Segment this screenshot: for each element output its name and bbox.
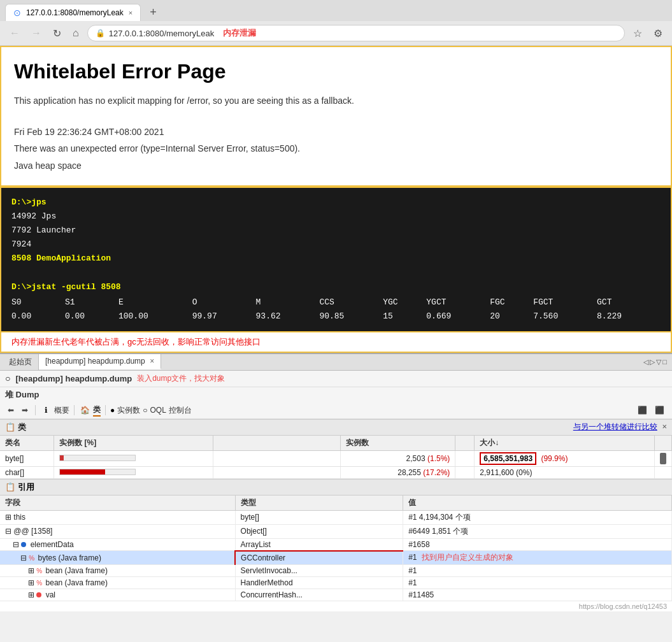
ref-value-bean1: #1 <box>403 565 672 577</box>
terminal-val-fgct: 7.560 <box>533 310 597 324</box>
col-spacer2 <box>455 436 475 451</box>
tab-label: 127.0.0.1:8080/memoryLeak <box>26 8 124 17</box>
terminal-header-ccs: CCS <box>319 296 383 310</box>
ide-tabs-bar: 起始页 [heapdump] heapdump.dump × ◁ ▷ ▽ □ <box>0 354 672 371</box>
progress-fill-byte <box>60 455 64 460</box>
ref-col-field: 字段 <box>0 496 235 511</box>
error-detail: There was an unexpected error (type=Inte… <box>14 141 658 155</box>
pct-byte: (1.5%) <box>427 454 450 463</box>
address-bar: ← → ↻ ⌂ 🔒 127.0.0.1:8080/memoryLeak 内存泄漏… <box>0 21 672 45</box>
lock-icon: 🔒 <box>96 29 105 38</box>
refresh-button[interactable]: ↻ <box>50 26 64 41</box>
ide-nav-right: ◁ ▷ ▽ □ <box>643 358 669 366</box>
col-size-bar <box>655 436 672 451</box>
ref-field-elementdata: ⊟ elementData <box>0 538 235 551</box>
classname-byte: byte[] <box>0 450 54 466</box>
terminal-line3: 7924 <box>11 238 661 252</box>
ide-toolbar: ⬅ ➡ ℹ 概要 🏠 类 ● 实例数 ○ OQL 控制台 ⬛ ⬛ <box>0 403 672 419</box>
ide-tab-start[interactable]: 起始页 <box>3 354 39 370</box>
ref-type-1358: Object[] <box>235 524 403 538</box>
toolbar-action-btn[interactable]: ⬛ <box>635 404 650 416</box>
home-button[interactable]: ⌂ <box>69 26 82 40</box>
spacer-char <box>213 466 340 478</box>
ref-value-1358: #6449 1,851 个项 <box>403 524 672 538</box>
error-timestamp: Fri Feb 19 22:36:24 GMT+08:00 2021 <box>14 125 658 139</box>
classname-char: char[] <box>0 466 54 478</box>
class-table: 类名 实例数 [%] 实例数 大小↓ byte[] <box>0 436 672 479</box>
table-row: ⊞ val ConcurrentHash... #11485 <box>0 589 672 601</box>
terminal-header-s1: S1 <box>65 296 118 310</box>
ref-table: 字段 类型 值 ⊞ this byte[] #1 4,194,304 个项 <box>0 496 672 602</box>
page-content: Whitelabel Error Page This application h… <box>0 46 672 611</box>
terminal-val-s1: 0.00 <box>65 310 118 324</box>
ref-title: 引用 <box>18 482 34 492</box>
toolbar-sep3 <box>105 405 106 415</box>
watermark: https://blog.csdn.net/q12453 <box>0 601 672 611</box>
ref-field-this: ⊞ this <box>0 510 235 524</box>
compare-link[interactable]: 与另一个堆转储进行比较 <box>573 422 657 431</box>
error-cause: Java heap space <box>14 159 658 173</box>
class-header-bar: 📋 类 与另一个堆转储进行比较 × <box>0 419 672 436</box>
info-icon: ℹ <box>40 404 52 416</box>
bookmark-button[interactable]: ☆ <box>630 26 645 41</box>
loading-label: [heapdump] heapdump.dump <box>15 374 132 383</box>
tab-bar: ⊙ 127.0.0.1:8080/memoryLeak × + <box>0 0 672 21</box>
ref-type-bytes: GCController <box>235 551 403 565</box>
scrollbar-char <box>655 466 672 478</box>
ide-tab-heapdump-close[interactable]: × <box>150 357 154 366</box>
toolbar-console[interactable]: 控制台 <box>169 405 192 416</box>
size-char: 2,911,600 (0%) <box>475 466 655 478</box>
pct-char: (17.2%) <box>423 468 450 477</box>
ref-header-row: 字段 类型 值 <box>0 496 672 511</box>
nav-left-icon[interactable]: ◁ <box>643 358 648 366</box>
class-section: 📋 类 与另一个堆转储进行比较 × 类名 实例数 [%] 实例数 <box>0 419 672 479</box>
circle-icon <box>21 542 26 547</box>
nav-right-icon[interactable]: ▷ <box>650 358 655 366</box>
terminal-val-gct: 8.229 <box>597 310 661 324</box>
ide-tab-heapdump[interactable]: [heapdump] heapdump.dump × <box>39 354 161 369</box>
terminal-header-e: E <box>118 296 192 310</box>
table-row: ⊞ % bean (Java frame) HandlerMethod #1 <box>0 577 672 589</box>
forward-button[interactable]: → <box>28 26 45 40</box>
toolbar-back-btn[interactable]: ⬅ <box>5 404 17 416</box>
ide-tabs-left: 起始页 [heapdump] heapdump.dump × <box>3 354 161 370</box>
ref-col-type: 类型 <box>235 496 403 511</box>
toolbar-action-btn2[interactable]: ⬛ <box>652 404 667 416</box>
back-button[interactable]: ← <box>6 26 23 40</box>
radio-instances[interactable]: ● <box>110 406 115 415</box>
toolbar-forward-btn[interactable]: ➡ <box>19 404 31 416</box>
toolbar-overview[interactable]: 概要 <box>54 405 69 416</box>
nav-window-icon[interactable]: □ <box>662 358 667 366</box>
terminal-header-fgct: FGCT <box>533 296 597 310</box>
error-page: Whitelabel Error Page This application h… <box>0 46 672 187</box>
terminal-val-s0: 0.00 <box>11 310 65 324</box>
toolbar-instances[interactable]: 实例数 <box>117 405 140 416</box>
ref-field-bean1: ⊞ % bean (Java frame) <box>0 565 235 577</box>
terminal-header-s0: S0 <box>11 296 65 310</box>
terminal-cmd2: D:\>jstat -gcutil 8508 <box>11 280 661 294</box>
instance-bar-char <box>54 466 213 478</box>
radio-oql[interactable]: ○ <box>143 406 147 415</box>
terminal-val-m: 93.62 <box>256 310 320 324</box>
address-input-wrap[interactable]: 🔒 127.0.0.1:8080/memoryLeak 内存泄漏 <box>87 25 625 41</box>
ref-table-wrap: 字段 类型 值 ⊞ this byte[] #1 4,194,304 个项 <box>0 496 672 602</box>
type-icon2: % <box>36 567 42 574</box>
terminal-header-fgc: FGC <box>490 296 533 310</box>
type-icon: % <box>29 555 34 562</box>
table-row: ⊟ elementData ArrayList #1658 <box>0 538 672 551</box>
size-highlight-byte: 6,585,351,983 <box>480 452 536 465</box>
terminal-header-ygc: YGC <box>383 296 426 310</box>
terminal-val-o: 99.97 <box>192 310 256 324</box>
tab-close-icon[interactable]: × <box>129 9 132 17</box>
new-tab-button[interactable]: + <box>146 6 161 19</box>
toolbar-classes[interactable]: 类 <box>93 404 101 417</box>
ref-type-elementdata: ArrayList <box>235 538 403 551</box>
toolbar-oql[interactable]: OQL <box>150 406 166 415</box>
active-tab[interactable]: ⊙ 127.0.0.1:8080/memoryLeak × <box>5 4 141 21</box>
compare-close[interactable]: × <box>662 422 667 431</box>
ide-tab-heapdump-label: [heapdump] heapdump.dump <box>45 357 145 366</box>
nav-down-icon[interactable]: ▽ <box>656 358 661 366</box>
settings-button[interactable]: ⚙ <box>650 26 666 41</box>
spacer-char2 <box>455 466 475 478</box>
col-spacer <box>213 436 340 451</box>
